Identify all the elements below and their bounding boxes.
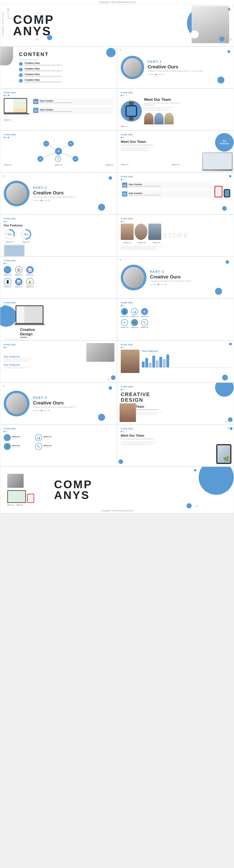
photos-profile-header: Profile Silde <box>121 218 230 220</box>
dot-blue-1 <box>41 18 44 20</box>
slide-cover: THANKS FOR YOU COMP ANYS <box>0 4 234 46</box>
dot-tr <box>228 8 230 10</box>
slide-creative-design-big: Profile Silde CREATIVE DESIGN Meet Our T… <box>117 382 234 425</box>
content-item-2: 2 Creative View NVEESTORENTIMESTOMETIMES… <box>19 67 112 72</box>
quad-profile-header: Profile Silde <box>4 428 113 430</box>
p1-label: PART-1 <box>148 60 203 63</box>
datous-feat-2: Datous Us <box>172 164 180 165</box>
laptop-bg-image <box>202 152 233 171</box>
watch-circle <box>121 101 142 122</box>
laptop-device <box>4 98 29 117</box>
watermark-top: Copyright © http://www.pptstore.net <box>0 0 234 4</box>
datous-label-1: Dates Us <box>4 119 113 121</box>
end-watermark: Copyright© http://www.pptstore.net <box>101 509 133 512</box>
person-3 <box>148 224 161 240</box>
ftext-items: Our Features Our Features <box>4 355 51 369</box>
progress-row: 30% Datous Us 50% Datous Us <box>4 228 113 243</box>
cd-laptop <box>16 305 113 325</box>
icon-house: 🏠 <box>15 266 23 274</box>
slide-content: CONTENT 1 Creative View NVEESTORENTIMEST… <box>0 46 117 89</box>
content-title: CONTENT <box>19 51 112 57</box>
icon-lock: 🔒 <box>26 278 34 285</box>
features-circle: OurFeatures <box>215 133 234 152</box>
icon-graph: 📈 <box>26 266 34 274</box>
content-item-1: 1 Creative View NVEESTORENTIMESTOMETIMES… <box>19 62 112 66</box>
svg-text:50%: 50% <box>24 233 28 236</box>
part4-label: PART-4 <box>33 396 76 400</box>
title-line1: COMP <box>13 14 54 25</box>
end-img-1 <box>7 474 24 488</box>
cd-blue-circle <box>0 306 17 327</box>
person-2 <box>134 224 148 240</box>
cdb-person <box>120 403 136 422</box>
calendar-icon: 📅 <box>33 99 38 104</box>
g-icon-2: 📊 <box>131 308 138 315</box>
end-title: COMP ANYS <box>54 479 93 500</box>
datous-icon-6: Datous Us <box>26 286 34 287</box>
part4-text: PART-4 Creative Ours ITEMNVSTOREINTIMEST… <box>33 396 76 411</box>
datous-icon-2: Datous Us <box>15 274 23 276</box>
p1-text: PART-1 Creative Ours ITEMNVSTOREINTIMEST… <box>148 60 203 75</box>
slide-icon-grid: Profile Silde 👤 Datous Us 📊 Datous Us ✉ … <box>117 299 234 341</box>
devices-column <box>214 182 230 197</box>
end-left: Dates Us Dates Us <box>7 474 54 506</box>
g-icon-1: 👤 <box>121 308 128 315</box>
content-item-4: 4 Creative View NVEESTORENTIMESTOMETIMES… <box>19 79 112 83</box>
slide-end-cover: Dates Us Dates Us COMP ANYS Copyright© h… <box>0 467 234 513</box>
ftext-laptop <box>86 343 114 362</box>
dates-label-mteam: Dates Us <box>121 126 230 127</box>
watch-profile-header: Profile Silde <box>121 176 230 178</box>
slide-part3: PART-3 Creative Ours ITEMNVSTOREINTIMEST… <box>117 256 234 299</box>
tablet-device: 🌿 <box>216 444 231 464</box>
datous-icon-5: Datous Us <box>15 286 23 287</box>
network-profile-header: Profile Silde <box>4 133 113 136</box>
tablet-profile-header: Profile Silde <box>121 428 230 430</box>
person-1 <box>121 224 134 240</box>
progress-circle-50: 50% <box>20 228 32 240</box>
slide-features-text: Profile Silde Our Features Our Features <box>0 341 117 382</box>
progress-circle-30: 30% <box>4 228 16 240</box>
grid-row-1: 👤 Datous Us 📊 Datous Us ✉ Datous Us <box>121 308 230 317</box>
p1-line <box>148 74 203 75</box>
dot-outline-br <box>230 38 231 40</box>
building-icon-2: 🏢 <box>33 108 38 113</box>
imac-section: Datous Us <box>4 245 113 256</box>
meet-team-title: Meet Our Team <box>144 98 181 102</box>
quad-grid: 🛒 Datous Us 📊 Datous Us 🌿 Datous U <box>4 434 64 450</box>
cdb-title: CREATIVE DESIGN <box>121 392 230 403</box>
end-circle <box>199 467 234 495</box>
part4-circle <box>4 391 29 416</box>
slide-part1: PART-1 Creative Ours ITEMNVSTOREINTIMEST… <box>117 46 234 89</box>
p1-dot-tr <box>228 50 230 53</box>
person-img-2 <box>154 113 163 124</box>
cover-title: COMP ANYS <box>13 14 54 37</box>
persons-row <box>121 224 230 240</box>
g-icon-6: 🔧 <box>141 319 148 326</box>
cdb-profile-header: Profile Silde <box>121 385 230 388</box>
part2-label: PART-2 <box>33 186 76 189</box>
person-img-3 <box>164 113 174 124</box>
slide-features-progress: Profile Silde Our Features 30% Datous Us <box>0 215 117 256</box>
slide-features-team: Profile Silde OurFeatures Meet Our Team … <box>117 130 234 173</box>
datous-1: Datous Us <box>4 164 11 166</box>
infographic-profile-header: Profile Silde <box>4 259 113 262</box>
svg-text:30%: 30% <box>7 233 12 236</box>
p1-subtitle: ITEMNVSTOREINTIMESTOMETIMESTOMETT IITEMS… <box>148 70 203 72</box>
line-2 <box>8 18 41 19</box>
person-img-1 <box>144 113 154 124</box>
datous-feat-1: Datous Us <box>121 164 128 165</box>
part3-title: Creative Ours <box>150 274 192 280</box>
chart-profile-header: Profile Silde <box>121 344 230 346</box>
g-icon-5: 🌿 <box>131 319 138 326</box>
datous-icon-4: Datous Us <box>4 286 11 287</box>
center-node: ✉ <box>55 148 62 155</box>
mteam-profile-header: Profile Silde <box>121 92 230 94</box>
part2-circle <box>4 181 29 206</box>
slide-meet-team-1: Profile Silde Meet Our Team NVEESTORENTI… <box>117 89 234 130</box>
q-icon-2: 📊 <box>35 434 42 441</box>
grid-row-2: ⚙ Datous Us 🌿 Datous Us 🔧 Datous Us <box>121 319 230 328</box>
q-icon-1: 🛒 <box>4 434 11 441</box>
slide-4quad: Profile Silde 🛒 Datous Us 📊 Datous Us <box>0 425 117 467</box>
part3-circle <box>121 265 147 290</box>
meet-team-2: Meet Our Team <box>121 140 230 144</box>
